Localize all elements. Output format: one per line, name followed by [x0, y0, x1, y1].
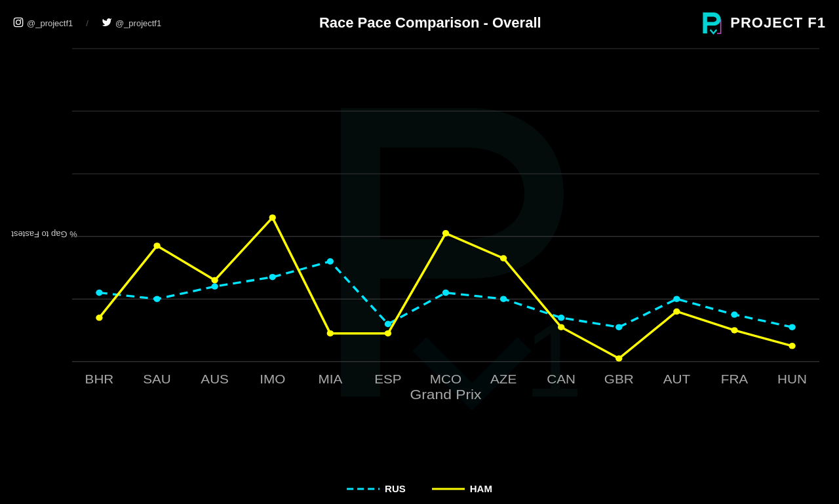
rus-dot-aut [673, 296, 680, 302]
chart-area: 0.0% 1.0% 2.0% 3.0% 4.0% 5.0% [72, 36, 819, 399]
legend: RUS HAM [347, 483, 492, 494]
page-container: 1 @_projectf1 / [0, 0, 839, 504]
ham-dot-aut [673, 309, 680, 315]
logo: PROJECT F1 [699, 10, 826, 36]
legend-label-rus: RUS [385, 483, 406, 494]
legend-line-rus [347, 484, 380, 494]
x-label-mia: MIA [318, 372, 343, 386]
instagram-link: @_projectf1 [13, 17, 73, 29]
rus-dot-imo [269, 274, 276, 281]
ham-dot-can [558, 324, 564, 330]
x-label-aus: AUS [201, 372, 229, 386]
ham-dot-bhr [96, 315, 102, 321]
x-label-bhr: BHR [85, 372, 114, 386]
x-label-aze: AZE [490, 372, 517, 386]
legend-item-rus: RUS [347, 483, 406, 494]
rus-dot-fra [731, 311, 737, 318]
x-label-imo: IMO [260, 372, 285, 386]
ham-dot-gbr [615, 355, 622, 362]
rus-dot-hun [789, 324, 795, 330]
svg-rect-1 [14, 18, 22, 26]
ham-dot-esp [385, 330, 391, 337]
rus-dot-mia [327, 258, 334, 265]
rus-dot-mco [442, 290, 449, 296]
instagram-handle: @_projectf1 [27, 18, 73, 28]
legend-label-ham: HAM [470, 483, 492, 494]
rus-dot-aze [500, 296, 507, 302]
ham-dot-mia [327, 330, 334, 337]
x-label-fra: FRA [721, 372, 749, 386]
ham-dot-mco [442, 230, 449, 237]
rus-dot-can [558, 315, 564, 321]
x-axis-title: Grand Prix [410, 387, 482, 399]
legend-line-ham [432, 484, 465, 494]
x-label-gbr: GBR [604, 372, 634, 386]
twitter-link: @_projectf1 [102, 17, 161, 29]
chart-wrapper: % Gap to Fastest 0.0% [33, 36, 826, 438]
chart-svg: 0.0% 1.0% 2.0% 3.0% 4.0% 5.0% [72, 36, 819, 399]
ham-dot-fra [731, 327, 737, 334]
x-label-hun: HUN [777, 372, 807, 386]
rus-dot-esp [385, 321, 391, 328]
rus-dot-gbr [615, 324, 622, 330]
ham-dot-imo [269, 214, 276, 221]
x-label-sau: SAU [143, 372, 171, 386]
ham-dot-aze [500, 255, 507, 262]
x-label-aut: AUT [663, 372, 690, 386]
instagram-icon [13, 17, 24, 29]
svg-point-2 [16, 20, 21, 24]
x-label-can: CAN [547, 372, 576, 386]
svg-point-3 [20, 19, 22, 20]
logo-text: PROJECT F1 [730, 14, 826, 31]
x-label-mco: MCO [430, 372, 461, 386]
chart-title: Race Pace Comparison - Overall [161, 14, 699, 31]
header: @_projectf1 / @_projectf1 Race Pace Comp… [0, 10, 839, 36]
ham-dot-sau [153, 242, 160, 249]
ham-dot-hun [789, 343, 795, 349]
social-links: @_projectf1 / @_projectf1 [13, 17, 161, 29]
rus-dot-sau [153, 296, 160, 302]
ham-dot-aus [211, 277, 218, 284]
rus-dot-bhr [96, 290, 102, 296]
rus-dot-aus [211, 283, 218, 290]
twitter-icon [102, 17, 112, 29]
twitter-handle: @_projectf1 [115, 18, 161, 28]
x-label-esp: ESP [374, 372, 401, 386]
legend-item-ham: HAM [432, 483, 492, 494]
ham-line [99, 218, 792, 359]
